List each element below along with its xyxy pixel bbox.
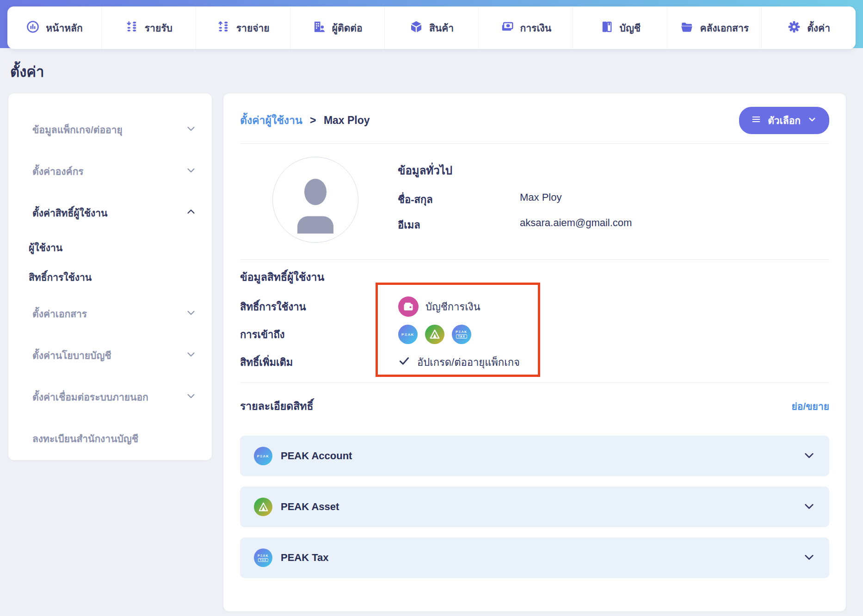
accordion-title: PEAK Account — [281, 450, 803, 462]
expense-icon — [216, 20, 230, 36]
finance-icon — [500, 20, 514, 36]
asset-triangle-icon — [429, 328, 441, 340]
nav-label: ผู้ติดต่อ — [332, 20, 363, 36]
sidebar-item-label: ข้อมูลแพ็กเกจ/ต่ออายุ — [32, 122, 123, 137]
name-value: Max Ploy — [520, 191, 561, 208]
peak-badge-text: PΞΛK — [257, 454, 270, 458]
nav-label: รายจ่าย — [236, 20, 270, 36]
permission-details-title: รายละเอียดสิทธิ์ — [240, 398, 314, 414]
general-info-title: ข้อมูลทั่วไป — [398, 161, 632, 179]
profile-section: ข้อมูลทั่วไป ชื่อ-สกุล Max Ploy อีเมล ak… — [240, 144, 829, 259]
sidebar-item-label: ตั้งค่าเอกสาร — [32, 306, 87, 321]
main-navbar: หน้าหลัก รายรับ รายจ่าย ผู้ติดต่อ สินค้า… — [7, 6, 856, 49]
peak-tax-badge-text: PΞΛK — [456, 330, 467, 333]
avatar — [272, 157, 358, 243]
sidebar-subitem-users[interactable]: ผู้ใช้งาน — [29, 240, 196, 255]
chevron-down-icon — [803, 551, 815, 565]
usage-rights-label: สิทธิ์การใช้งาน — [240, 299, 398, 315]
sidebar-item-external-integration[interactable]: ตั้งค่าเชื่อมต่อระบบภายนอก — [29, 389, 196, 405]
person-silhouette-icon — [281, 171, 350, 240]
peak-asset-badge — [425, 325, 444, 344]
nav-item-contacts[interactable]: ผู้ติดต่อ — [290, 6, 384, 49]
peak-tax-badge: PΞΛK TAX — [254, 548, 272, 567]
hamburger-icon — [751, 114, 761, 127]
nav-item-settings[interactable]: ตั้งค่า — [761, 6, 856, 49]
options-button[interactable]: ตัวเลือก — [739, 107, 829, 134]
extra-rights-value: อัปเกรด/ต่ออายุแพ็กเกจ — [417, 354, 520, 370]
nav-item-finance[interactable]: การเงิน — [478, 6, 573, 49]
user-detail-panel: ตั้งค่าผู้ใช้งาน > Max Ploy ตัวเลือก ข้อ… — [223, 93, 846, 611]
chevron-down-icon — [807, 114, 817, 127]
peak-badge-text: PΞΛK — [401, 333, 414, 337]
collapse-expand-link[interactable]: ย่อ/ขยาย — [791, 399, 829, 414]
sidebar-item-organization[interactable]: ตั้งค่าองค์กร — [29, 164, 196, 179]
user-rights-section: ข้อมูลสิทธิ์ผู้ใช้งาน สิทธิ์การใช้งาน บั… — [240, 260, 829, 376]
sidebar-item-documents[interactable]: ตั้งค่าเอกสาร — [29, 306, 196, 321]
nav-label: การเงิน — [520, 20, 552, 36]
contacts-icon — [312, 20, 326, 36]
breadcrumb-current: Max Ploy — [324, 114, 370, 126]
nav-label: บัญชี — [620, 20, 641, 36]
peak-badge: PΞΛK — [254, 447, 272, 465]
chevron-down-icon — [186, 308, 196, 320]
peak-tax-badge-text: PΞΛK — [258, 554, 269, 557]
nav-label: หน้าหลัก — [46, 20, 82, 36]
sidebar-item-label: ตั้งค่าเชื่อมต่อระบบภายนอก — [32, 389, 148, 405]
breadcrumb-user-settings-link[interactable]: ตั้งค่าผู้ใช้งาน — [240, 114, 302, 126]
breadcrumb-separator: > — [310, 114, 316, 126]
asset-triangle-icon — [258, 501, 269, 513]
chevron-down-icon — [186, 349, 196, 362]
rights-section-title: ข้อมูลสิทธิ์ผู้ใช้งาน — [240, 269, 829, 285]
rights-row-usage: สิทธิ์การใช้งาน บัญชีการเงิน — [240, 293, 829, 320]
accordion-peak-account[interactable]: PΞΛK PEAK Account — [240, 436, 829, 476]
accordion-title: PEAK Asset — [281, 501, 803, 513]
page-title: ตั้งค่า — [10, 60, 863, 83]
field-row-name: ชื่อ-สกุล Max Ploy — [398, 191, 632, 208]
top-banner: หน้าหลัก รายรับ รายจ่าย ผู้ติดต่อ สินค้า… — [0, 0, 863, 48]
breadcrumb: ตั้งค่าผู้ใช้งาน > Max Ploy — [240, 112, 370, 129]
sidebar-item-label: ตั้งค่านโยบายบัญชี — [32, 348, 111, 363]
nav-item-income[interactable]: รายรับ — [101, 6, 196, 49]
products-icon — [409, 20, 423, 36]
peak-badge: PΞΛK — [398, 325, 418, 344]
sidebar-item-accounting-policy[interactable]: ตั้งค่านโยบายบัญชี — [29, 348, 196, 363]
sidebar-item-user-rights[interactable]: ตั้งค่าสิทธิ์ผู้ใช้งาน — [29, 205, 196, 221]
sidebar-item-accounting-firm-register[interactable]: ลงทะเบียนสำนักงานบัญชี — [29, 431, 196, 446]
rights-row-access: การเข้าถึง PΞΛK PΞΛK TAX — [240, 320, 829, 348]
peak-tax-badge-subtext: TAX — [258, 558, 269, 562]
accordion-peak-asset[interactable]: PEAK Asset — [240, 487, 829, 527]
name-label: ชื่อ-สกุล — [398, 191, 520, 208]
income-icon — [125, 20, 139, 36]
nav-label: คลังเอกสาร — [700, 20, 749, 36]
chevron-down-icon — [186, 123, 196, 136]
nav-item-home[interactable]: หน้าหลัก — [7, 6, 101, 49]
access-label: การเข้าถึง — [240, 326, 398, 343]
usage-rights-value: บัญชีการเงิน — [425, 299, 480, 315]
nav-label: รายรับ — [145, 20, 173, 36]
chevron-up-icon — [186, 207, 196, 219]
options-button-label: ตัวเลือก — [768, 113, 801, 128]
accordion-peak-tax[interactable]: PΞΛK TAX PEAK Tax — [240, 537, 829, 578]
nav-item-documents[interactable]: คลังเอกสาร — [667, 6, 761, 49]
gear-icon — [787, 20, 801, 36]
peak-tax-badge-subtext: TAX — [456, 334, 467, 339]
nav-item-products[interactable]: สินค้า — [384, 6, 479, 49]
sidebar-subitem-usage-rights[interactable]: สิทธิ์การใช้งาน — [29, 270, 196, 285]
extra-rights-label: สิทธิ์เพิ่มเติม — [240, 354, 398, 370]
chevron-down-icon — [186, 391, 196, 403]
settings-sidebar: ข้อมูลแพ็กเกจ/ต่ออายุ ตั้งค่าองค์กร ตั้ง… — [8, 93, 212, 460]
finance-wallet-icon — [398, 296, 419, 317]
sidebar-item-package[interactable]: ข้อมูลแพ็กเกจ/ต่ออายุ — [29, 122, 196, 137]
nav-item-expense[interactable]: รายจ่าย — [196, 6, 290, 49]
nav-label: สินค้า — [429, 20, 454, 36]
email-value: aksara.aiem@gmail.com — [520, 217, 632, 233]
chevron-down-icon — [803, 449, 815, 463]
check-icon — [398, 355, 410, 370]
accordion-title: PEAK Tax — [281, 552, 803, 564]
nav-item-accounting[interactable]: บัญชี — [573, 6, 667, 49]
field-row-email: อีเมล aksara.aiem@gmail.com — [398, 217, 632, 233]
email-label: อีเมล — [398, 217, 520, 233]
rights-row-extra: สิทธิ์เพิ่มเติม อัปเกรด/ต่ออายุแพ็กเกจ — [240, 348, 829, 376]
folder-icon — [680, 20, 694, 36]
sidebar-item-label: ตั้งค่าองค์กร — [32, 164, 84, 179]
